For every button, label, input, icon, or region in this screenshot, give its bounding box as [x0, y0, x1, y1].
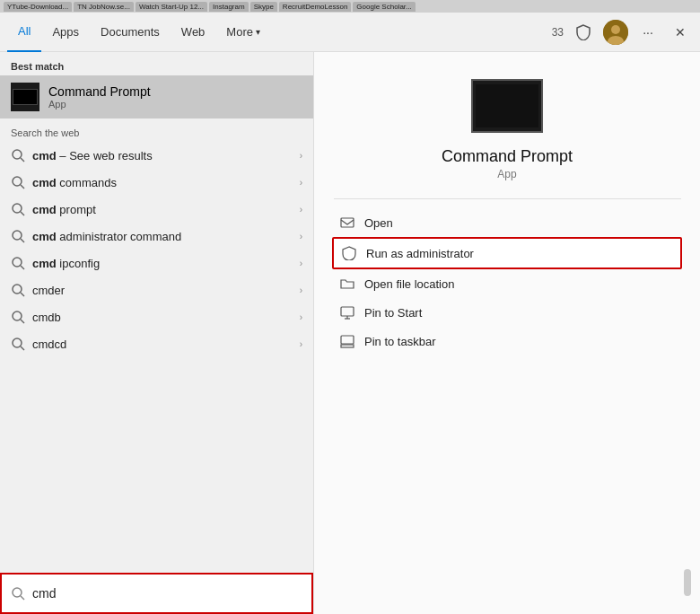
- svg-point-9: [13, 231, 22, 240]
- list-item[interactable]: cmdcd ›: [0, 330, 313, 357]
- browser-tab[interactable]: RecruitDemoLesson: [279, 2, 351, 12]
- action-open-file-location[interactable]: Open file location: [332, 269, 682, 298]
- tab-web[interactable]: Web: [171, 13, 216, 52]
- svg-point-17: [13, 338, 22, 347]
- search-icon: [11, 256, 25, 270]
- search-icon: [11, 283, 25, 297]
- search-input[interactable]: [32, 586, 302, 601]
- run-as-admin-label: Run as administrator: [366, 247, 474, 260]
- svg-point-5: [13, 177, 22, 186]
- list-item[interactable]: cmdb ›: [0, 303, 313, 330]
- svg-point-1: [611, 25, 620, 34]
- action-open[interactable]: Open: [332, 208, 682, 237]
- scrollbar[interactable]: [684, 569, 691, 596]
- divider: [334, 198, 681, 199]
- svg-line-20: [21, 596, 24, 600]
- svg-point-19: [13, 588, 22, 597]
- close-icon[interactable]: ✕: [668, 20, 693, 45]
- list-item[interactable]: cmder ›: [0, 276, 313, 303]
- browser-tab[interactable]: Instagram: [209, 2, 249, 12]
- tab-apps[interactable]: Apps: [41, 13, 90, 52]
- avatar[interactable]: [603, 20, 628, 45]
- svg-line-6: [21, 185, 24, 189]
- list-item[interactable]: cmd ipconfig ›: [0, 250, 313, 276]
- browser-tab[interactable]: Google Scholar...: [353, 2, 415, 12]
- browser-tab[interactable]: TN JobNow.se...: [74, 2, 134, 12]
- list-item[interactable]: cmd – See web results ›: [0, 142, 313, 169]
- best-match-title: Command Prompt: [48, 84, 151, 99]
- app-icon-large: [471, 79, 543, 133]
- search-web-label: Search the web: [0, 118, 313, 142]
- search-bar-icon: [11, 586, 25, 601]
- app-detail-subtitle: App: [497, 168, 516, 180]
- chevron-right-icon: ›: [300, 205, 302, 215]
- tab-more[interactable]: More ▾: [215, 13, 271, 52]
- top-nav: All Apps Documents Web More ▾ 33 ···: [0, 13, 700, 52]
- best-match-label: Best match: [0, 52, 313, 75]
- action-list: Open Run as administrator: [314, 208, 700, 355]
- open-file-location-label: Open file location: [364, 277, 454, 291]
- browser-tabs-bar: YTube-Download... TN JobNow.se... Watch …: [0, 0, 700, 13]
- folder-icon: [339, 276, 355, 292]
- list-item[interactable]: cmd commands ›: [0, 169, 313, 196]
- svg-line-10: [21, 239, 24, 242]
- command-prompt-icon: [11, 83, 39, 111]
- pin-icon: [339, 304, 355, 320]
- search-icon: [11, 148, 25, 162]
- list-item[interactable]: cmd administrator command ›: [0, 223, 313, 250]
- action-pin-to-start[interactable]: Pin to Start: [332, 298, 682, 327]
- list-item[interactable]: cmd prompt ›: [0, 196, 313, 223]
- open-label: Open: [364, 216, 393, 230]
- taskbar-icon: [339, 333, 355, 349]
- left-panel: Best match Command Prompt App Search the…: [0, 52, 314, 614]
- browser-tab[interactable]: Watch Start-Up 12...: [136, 2, 207, 12]
- svg-line-18: [21, 346, 24, 350]
- pin-to-taskbar-label: Pin to taskbar: [364, 335, 436, 348]
- svg-point-3: [13, 150, 22, 159]
- best-match-subtitle: App: [48, 99, 151, 110]
- browser-tab[interactable]: YTube-Download...: [4, 2, 72, 12]
- search-icon: [11, 175, 25, 189]
- action-run-as-admin[interactable]: Run as administrator: [332, 237, 682, 269]
- more-options-icon[interactable]: ···: [635, 20, 661, 45]
- shield-icon: [341, 245, 357, 261]
- svg-line-4: [21, 158, 24, 162]
- tab-documents[interactable]: Documents: [90, 13, 171, 52]
- search-bar: [0, 573, 313, 614]
- svg-point-15: [13, 311, 22, 320]
- chevron-right-icon: ›: [300, 259, 302, 268]
- svg-rect-25: [341, 336, 354, 344]
- chevron-right-icon: ›: [300, 178, 302, 188]
- app-detail-title: Command Prompt: [442, 147, 573, 166]
- search-icon: [11, 229, 25, 243]
- right-panel: Command Prompt App Open: [314, 52, 700, 614]
- browser-tab[interactable]: Skype: [250, 2, 277, 12]
- search-icon: [11, 337, 25, 351]
- chevron-right-icon: ›: [300, 339, 302, 349]
- svg-line-14: [21, 293, 24, 296]
- search-icon: [11, 310, 25, 324]
- svg-point-13: [13, 285, 22, 294]
- main-content: Best match Command Prompt App Search the…: [0, 52, 700, 614]
- best-match-item[interactable]: Command Prompt App: [0, 75, 313, 118]
- chevron-right-icon: ›: [300, 285, 302, 295]
- chevron-right-icon: ›: [300, 312, 302, 322]
- svg-line-12: [21, 266, 24, 269]
- search-window: All Apps Documents Web More ▾ 33 ···: [0, 13, 700, 614]
- tab-all[interactable]: All: [7, 13, 41, 52]
- shield-icon[interactable]: [571, 20, 596, 45]
- svg-rect-22: [341, 307, 354, 316]
- svg-line-16: [21, 320, 24, 323]
- svg-line-8: [21, 212, 24, 215]
- open-icon: [339, 215, 355, 231]
- notification-count: 33: [552, 26, 564, 39]
- chevron-down-icon: ▾: [256, 27, 260, 37]
- chevron-right-icon: ›: [300, 151, 302, 161]
- chevron-right-icon: ›: [300, 232, 302, 241]
- search-icon: [11, 202, 25, 216]
- best-match-text: Command Prompt App: [48, 84, 151, 110]
- svg-rect-21: [341, 218, 354, 227]
- pin-to-start-label: Pin to Start: [364, 306, 422, 320]
- svg-point-11: [13, 258, 22, 267]
- action-pin-to-taskbar[interactable]: Pin to taskbar: [332, 327, 682, 355]
